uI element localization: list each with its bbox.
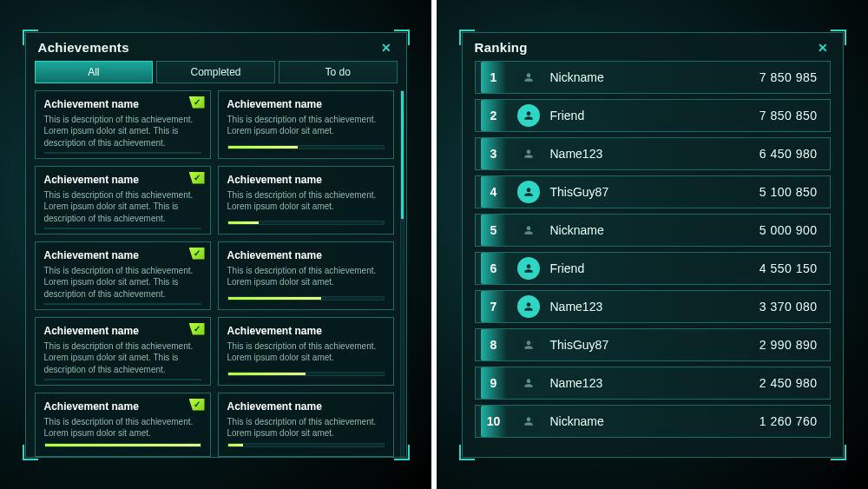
avatar-icon [517, 104, 540, 127]
avatar-icon [517, 142, 540, 165]
achievement-card[interactable]: Achievement nameThis is description of t… [35, 90, 211, 159]
player-score: 3 370 080 [760, 300, 818, 314]
achievement-card[interactable]: Achievement nameThis is description of t… [35, 166, 211, 235]
achievement-card[interactable]: Achievement nameThis is description of t… [218, 393, 394, 457]
achievement-description: This is description of this achievement.… [227, 189, 385, 213]
progress-bar [44, 152, 201, 154]
rank-number: 6 [481, 253, 507, 284]
achievement-name: Achievement name [44, 249, 201, 261]
tab-to-do[interactable]: To do [279, 61, 398, 83]
ranking-row[interactable]: 3Name1236 450 980 [475, 137, 831, 170]
player-name: Nickname [550, 414, 749, 428]
progress-bar [227, 145, 385, 149]
scrollbar-thumb[interactable] [401, 91, 404, 219]
progress-bar [227, 296, 385, 301]
achievement-description: This is description of this achievement.… [227, 416, 385, 439]
scrollbar[interactable] [400, 90, 404, 457]
achievement-name: Achievement name [44, 174, 201, 186]
progress-bar [44, 443, 201, 447]
player-name: ThisGuy87 [550, 338, 749, 352]
progress-bar [44, 228, 201, 229]
achievement-description: This is description of this achievement.… [44, 340, 201, 376]
achievement-card[interactable]: Achievement nameThis is description of t… [35, 317, 211, 386]
avatar-icon [517, 66, 540, 89]
achievement-card[interactable]: Achievement nameThis is description of t… [218, 90, 394, 159]
achievement-description: This is description of this achievement.… [44, 416, 201, 439]
avatar-icon [517, 410, 540, 433]
ranking-row[interactable]: 7Name1233 370 080 [475, 290, 831, 323]
rank-number: 10 [481, 406, 507, 437]
avatar-icon [517, 257, 540, 280]
avatar-icon [517, 372, 540, 394]
achievement-description: This is description of this achievement.… [44, 189, 201, 225]
achievement-name: Achievement name [227, 325, 385, 337]
rank-number: 2 [481, 100, 507, 131]
avatar-icon [517, 295, 540, 318]
achievement-card[interactable]: Achievement nameThis is description of t… [218, 241, 394, 310]
player-score: 5 100 850 [760, 185, 818, 199]
progress-bar [44, 379, 201, 380]
avatar-icon [517, 181, 540, 203]
achievement-name: Achievement name [227, 249, 385, 261]
player-name: Nickname [550, 223, 749, 237]
player-score: 5 000 900 [760, 223, 818, 237]
achievement-card[interactable]: Achievement nameThis is description of t… [218, 166, 394, 235]
achievement-name: Achievement name [44, 98, 201, 110]
achievement-description: This is description of this achievement.… [44, 114, 201, 149]
achievement-name: Achievement name [44, 325, 201, 337]
close-icon[interactable]: ✕ [378, 40, 394, 56]
rank-number: 5 [481, 215, 507, 246]
player-score: 2 450 980 [760, 376, 818, 390]
avatar-icon [517, 219, 540, 241]
rank-number: 8 [481, 329, 507, 360]
achievement-card[interactable]: Achievement nameThis is description of t… [35, 393, 211, 457]
close-icon[interactable]: ✕ [815, 40, 831, 56]
ranking-row[interactable]: 9Name1232 450 980 [475, 367, 831, 400]
rank-number: 9 [481, 367, 507, 399]
player-name: Name123 [550, 376, 749, 390]
achievement-name: Achievement name [44, 400, 201, 413]
tab-all[interactable]: All [35, 61, 154, 83]
player-name: ThisGuy87 [550, 185, 749, 199]
player-score: 6 450 980 [760, 147, 818, 161]
achievement-name: Achievement name [227, 98, 385, 110]
player-name: Nickname [550, 70, 749, 84]
player-name: Name123 [550, 300, 749, 314]
ranking-row[interactable]: 2Friend7 850 850 [475, 99, 831, 132]
ranking-list: 1Nickname7 850 9852Friend7 850 8503Name1… [463, 61, 843, 457]
progress-bar [44, 303, 201, 305]
player-name: Friend [550, 109, 749, 122]
progress-bar [227, 372, 385, 376]
achievement-card[interactable]: Achievement nameThis is description of t… [218, 317, 394, 386]
achievements-title: Achievements [38, 40, 129, 55]
ranking-row[interactable]: 8ThisGuy872 990 890 [475, 328, 831, 361]
achievements-tabs: AllCompletedTo do [26, 61, 406, 90]
ranking-row[interactable]: 6Friend4 550 150 [475, 252, 831, 285]
ranking-row[interactable]: 1Nickname7 850 985 [475, 61, 831, 94]
achievement-description: This is description of this achievement.… [227, 265, 385, 288]
ranking-row[interactable]: 4ThisGuy875 100 850 [475, 175, 831, 208]
player-name: Name123 [550, 147, 749, 161]
achievement-card[interactable]: Achievement nameThis is description of t… [35, 241, 211, 310]
achievements-panel: Achievements ✕ AllCompletedTo do Achieve… [25, 32, 407, 458]
tab-completed[interactable]: Completed [156, 61, 275, 83]
player-score: 2 990 890 [760, 338, 818, 352]
ranking-title: Ranking [475, 40, 528, 55]
rank-number: 7 [481, 291, 507, 322]
player-score: 1 260 760 [760, 414, 818, 428]
ranking-row[interactable]: 5Nickname5 000 900 [475, 214, 831, 247]
player-score: 7 850 850 [760, 109, 818, 122]
achievement-description: This is description of this achievement.… [227, 340, 385, 364]
avatar-icon [517, 334, 540, 356]
rank-number: 1 [481, 62, 507, 93]
achievement-description: This is description of this achievement.… [227, 114, 385, 137]
player-score: 4 550 150 [760, 261, 818, 275]
achievement-description: This is description of this achievement.… [44, 265, 201, 301]
achievement-name: Achievement name [227, 400, 385, 413]
ranking-row[interactable]: 10Nickname1 260 760 [475, 405, 831, 438]
achievement-name: Achievement name [227, 174, 385, 186]
player-score: 7 850 985 [760, 70, 818, 84]
achievements-grid: Achievement nameThis is description of t… [35, 90, 401, 457]
progress-bar [227, 221, 385, 225]
rank-number: 3 [481, 138, 507, 169]
